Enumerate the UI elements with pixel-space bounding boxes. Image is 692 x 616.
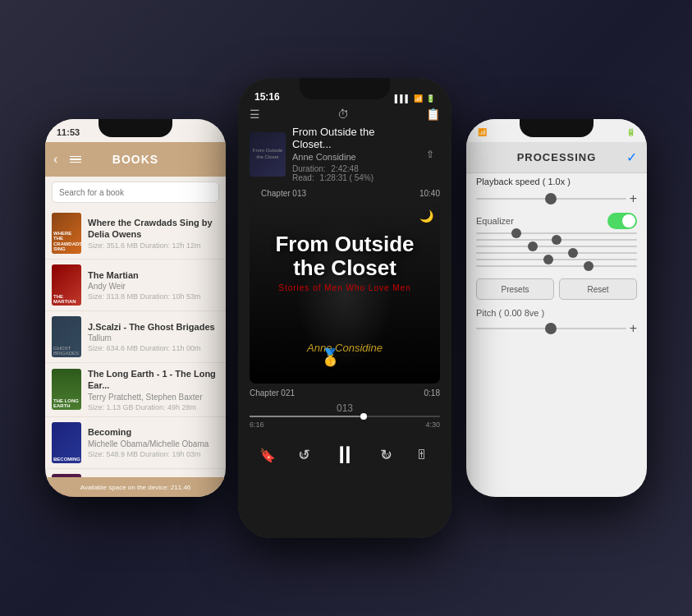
eq-band-4[interactable] bbox=[476, 252, 637, 254]
book-meta: Size: 634.6 MB Duration: 11h 00m bbox=[88, 344, 219, 352]
eq-track[interactable] bbox=[476, 259, 637, 260]
progress-track[interactable] bbox=[250, 416, 440, 417]
eq-thumb[interactable] bbox=[552, 235, 561, 245]
progress-times: 6:16 4:30 bbox=[250, 421, 440, 429]
reset-button[interactable]: Reset bbox=[559, 278, 637, 300]
player-book-info: From Outside the Closet... Anne Considin… bbox=[292, 126, 414, 182]
book-author: Terry Pratchett, Stephen Baxter bbox=[88, 393, 219, 402]
album-art-text: From Outsidethe Closet Stories of Men Wh… bbox=[275, 232, 414, 353]
pitch-thumb[interactable] bbox=[545, 323, 557, 334]
wifi-icon: 📶 bbox=[414, 94, 423, 103]
chapter-row: Chapter 013 10:40 bbox=[238, 186, 451, 200]
clock-icon[interactable]: ⏱ bbox=[337, 108, 349, 121]
left-header: ‹ BOOKS bbox=[45, 142, 226, 177]
eq-band-1[interactable] bbox=[476, 232, 637, 234]
bookmark-button[interactable]: 🔖 bbox=[254, 442, 281, 468]
eq-track[interactable] bbox=[476, 232, 637, 234]
eq-thumb[interactable] bbox=[511, 228, 521, 238]
album-author: Anne Considine bbox=[275, 342, 414, 354]
search-input[interactable] bbox=[59, 188, 212, 197]
speed-thumb[interactable] bbox=[545, 193, 557, 205]
pitch-label: Pitch ( 0.00 8ve ) bbox=[466, 305, 647, 319]
book-meta: Size: 1.13 GB Duration: 49h 28m bbox=[88, 403, 219, 411]
book-title: The Long Earth - 1 - The Long Ear... bbox=[88, 368, 219, 392]
phone-right: 📶 🔋 PROCESSING ✓ Playback speed ( 1.0x )… bbox=[466, 119, 647, 497]
list-item[interactable]: WHERE THE CRAWDADS SING Where the Crawda… bbox=[45, 208, 226, 260]
book-info: Where the Crawdads Sing by Delia Owens S… bbox=[88, 217, 219, 251]
rewind-button[interactable]: ↺ 15 bbox=[291, 442, 317, 468]
eq-band-6[interactable] bbox=[476, 265, 637, 267]
search-bar[interactable] bbox=[52, 182, 219, 203]
battery-icon: 🔋 bbox=[426, 94, 435, 103]
speed-track[interactable] bbox=[476, 198, 626, 200]
book-title: The Martian bbox=[88, 269, 219, 281]
back-button[interactable]: ‹ bbox=[53, 152, 57, 167]
eq-thumb[interactable] bbox=[568, 248, 578, 258]
pitch-track[interactable] bbox=[476, 328, 626, 329]
playback-speed-slider[interactable]: + bbox=[466, 190, 647, 208]
eq-section: Equalizer bbox=[466, 208, 647, 231]
book-info: The Long Earth - 1 - The Long Ear... Ter… bbox=[88, 368, 219, 411]
book-list: WHERE THE CRAWDADS SING Where the Crawda… bbox=[45, 208, 226, 497]
moon-icon: 🌙 bbox=[419, 209, 433, 223]
pitch-plus: + bbox=[630, 321, 637, 336]
list-item[interactable]: THE MARTIAN The Martian Andy Weir Size: … bbox=[45, 260, 226, 311]
eq-toggle[interactable] bbox=[607, 213, 637, 229]
bookmark-list-icon[interactable]: 📋 bbox=[426, 108, 440, 121]
player-duration: Duration: 2:42:48 bbox=[292, 164, 414, 173]
notch-right bbox=[520, 119, 593, 137]
progress-bar-container[interactable]: 6:16 4:30 bbox=[238, 416, 451, 429]
list-item[interactable]: GHOST BRIGADES J.Scalzi - The Ghost Brig… bbox=[45, 311, 226, 363]
player-controls: 🔖 ↺ 15 ⏸ ↻ 10 🎚 bbox=[238, 432, 451, 481]
pause-button[interactable]: ⏸ bbox=[327, 437, 363, 473]
chapter-nav-time: 0:18 bbox=[424, 388, 440, 398]
book-author: Michelle Obama/Michelle Obama bbox=[88, 439, 219, 448]
list-item[interactable]: THE LONG EARTH The Long Earth - 1 - The … bbox=[45, 363, 226, 417]
left-footer: Available space on the device: 211.46 bbox=[45, 477, 226, 497]
chapter-label: Chapter 013 bbox=[250, 186, 318, 200]
available-space: Available space on the device: 211.46 bbox=[80, 484, 191, 491]
presets-button[interactable]: Presets bbox=[476, 278, 554, 300]
center-time: 15:16 bbox=[254, 86, 280, 103]
player-title: From Outside the Closet... bbox=[292, 126, 414, 150]
list-item[interactable]: BECOMING Becoming Michelle Obama/Michell… bbox=[45, 417, 226, 469]
book-cover: THE LONG EARTH bbox=[52, 369, 81, 410]
book-cover: WHERE THE CRAWDADS SING bbox=[52, 213, 81, 254]
eq-label: Equalizer bbox=[476, 216, 514, 226]
presets-row: Presets Reset bbox=[466, 274, 647, 305]
eq-track[interactable] bbox=[476, 252, 637, 254]
progress-fill bbox=[250, 416, 360, 417]
speed-plus: + bbox=[630, 191, 637, 206]
eq-thumb[interactable] bbox=[528, 241, 538, 251]
right-battery-icon: 🔋 bbox=[626, 128, 635, 136]
hamburger-icon[interactable]: ☰ bbox=[250, 108, 260, 121]
playback-speed-label: Playback speed ( 1.0x ) bbox=[466, 173, 647, 190]
right-screen: 📶 🔋 PROCESSING ✓ Playback speed ( 1.0x )… bbox=[466, 119, 647, 497]
menu-icon[interactable] bbox=[70, 156, 81, 163]
book-author: Andy Weir bbox=[88, 282, 219, 291]
eq-band-3[interactable] bbox=[476, 246, 637, 247]
scene: 11:53 ‹ BOOKS WHERE THE CRAWDADS bbox=[0, 0, 692, 616]
eq-band-5[interactable] bbox=[476, 259, 637, 260]
eq-thumb[interactable] bbox=[543, 255, 553, 264]
pitch-slider[interactable]: + bbox=[466, 319, 647, 338]
toggle-knob bbox=[622, 214, 635, 228]
eq-button[interactable]: 🎚 bbox=[409, 442, 435, 468]
eq-thumb[interactable] bbox=[584, 261, 593, 271]
eq-band-2[interactable] bbox=[476, 239, 637, 241]
album-subtitle: Stories of Men Who Love Men bbox=[275, 283, 414, 292]
airplay-icon[interactable]: ⇧ bbox=[420, 145, 440, 164]
medal-icon: 🥇 bbox=[320, 347, 341, 367]
book-author: Tallum bbox=[88, 333, 219, 342]
chapter-nav-label: Chapter 021 bbox=[250, 388, 295, 398]
progress-thumb[interactable] bbox=[360, 413, 367, 420]
right-header: PROCESSING ✓ bbox=[466, 142, 647, 173]
album-art: From Outsidethe Closet Stories of Men Wh… bbox=[250, 203, 440, 384]
eq-track[interactable] bbox=[476, 246, 637, 247]
book-cover: BECOMING bbox=[52, 422, 81, 463]
eq-track[interactable] bbox=[476, 265, 637, 267]
forward-button[interactable]: ↻ 10 bbox=[373, 442, 399, 468]
eq-track[interactable] bbox=[476, 239, 637, 241]
elapsed-time: 6:16 bbox=[250, 421, 264, 429]
check-button[interactable]: ✓ bbox=[626, 149, 637, 165]
